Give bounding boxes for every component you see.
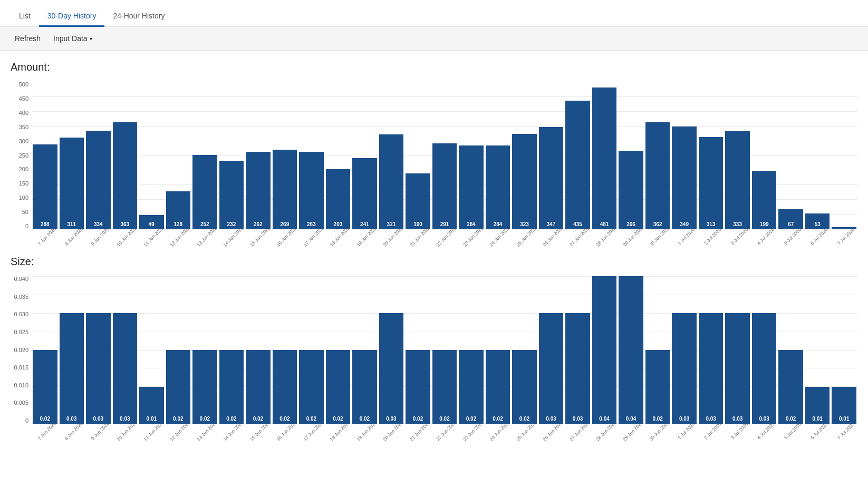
x-axis-label: 7 Jun 2020 xyxy=(37,421,57,441)
y-axis-label: 350 xyxy=(11,124,28,130)
bar[interactable]: 190 xyxy=(406,173,430,229)
bar[interactable]: 334 xyxy=(86,131,111,229)
bar[interactable]: 241 xyxy=(352,158,377,229)
tab-24hour[interactable]: 24-Hour History xyxy=(104,6,173,27)
bar[interactable]: 313 xyxy=(699,137,724,229)
bar[interactable]: 0.02 xyxy=(352,350,377,424)
x-axis-label: 2 Jul 2020 xyxy=(703,421,722,440)
bar[interactable]: 0.01 xyxy=(832,387,856,424)
bar[interactable]: 0.02 xyxy=(778,350,803,424)
bar[interactable]: 481 xyxy=(592,87,617,229)
bar[interactable]: 0.04 xyxy=(592,276,617,424)
bar[interactable]: 0.02 xyxy=(219,350,244,424)
x-label-group: 15 Jun 2020 xyxy=(245,424,272,434)
bar[interactable]: 347 xyxy=(539,127,564,229)
bar[interactable]: 0.02 xyxy=(432,350,457,424)
bar-group: 53 xyxy=(804,213,831,229)
x-label-group: 29 Jun 2020 xyxy=(618,229,644,240)
size-y-axis: 00.0050.0100.0150.0200.0250.0300.0350.04… xyxy=(11,276,32,424)
bar[interactable]: 252 xyxy=(192,155,217,229)
bar-group: 313 xyxy=(698,137,725,229)
tab-30day[interactable]: 30-Day History xyxy=(39,6,105,27)
bar[interactable]: 321 xyxy=(379,134,404,229)
x-label-group: 27 Jun 2020 xyxy=(564,229,591,240)
bar[interactable]: 291 xyxy=(432,143,457,229)
bar[interactable]: 288 xyxy=(33,144,57,229)
bar[interactable]: 284 xyxy=(486,145,510,229)
bar-value-label: 313 xyxy=(707,221,716,227)
bar[interactable]: 0.02 xyxy=(192,350,217,424)
bar[interactable]: 0.02 xyxy=(273,350,297,424)
bar[interactable]: 0.03 xyxy=(752,313,777,424)
y-axis-label: 0.015 xyxy=(11,365,28,371)
bar[interactable]: 0.03 xyxy=(379,313,404,424)
bar[interactable]: 0.02 xyxy=(645,350,670,424)
x-label-group: 28 Jun 2020 xyxy=(591,424,618,434)
bar[interactable]: 0.03 xyxy=(699,313,724,424)
bar[interactable]: 0.03 xyxy=(565,313,590,424)
bar[interactable]: 232 xyxy=(219,161,244,229)
bar[interactable]: 0.03 xyxy=(539,313,564,424)
bar[interactable]: 0.03 xyxy=(672,313,697,424)
bar[interactable] xyxy=(832,227,856,229)
input-data-dropdown[interactable]: Input Data ▾ xyxy=(49,32,97,45)
bar[interactable]: 269 xyxy=(273,150,297,229)
bar-group: 0.02 xyxy=(404,350,431,424)
x-label-group: 8 Jun 2020 xyxy=(59,229,85,240)
x-label-group: 21 Jun 2020 xyxy=(404,424,431,434)
bar[interactable]: 203 xyxy=(326,169,351,229)
bar[interactable]: 0.04 xyxy=(619,276,643,424)
x-label-group: 15 Jun 2020 xyxy=(245,229,272,240)
y-axis-label: 0 xyxy=(11,418,28,424)
bar[interactable]: 0.03 xyxy=(86,313,111,424)
toolbar: Refresh Input Data ▾ xyxy=(0,27,868,51)
bar[interactable]: 49 xyxy=(139,215,164,229)
bar[interactable]: 0.03 xyxy=(60,313,84,424)
bar-group: 0.01 xyxy=(804,387,831,424)
x-label-group: 5 Jul 2020 xyxy=(777,424,804,434)
bar-value-label: 0.03 xyxy=(546,416,556,422)
bar[interactable]: 0.02 xyxy=(512,350,537,424)
bar[interactable]: 0.02 xyxy=(459,350,484,424)
bar[interactable]: 362 xyxy=(645,122,670,229)
bar[interactable]: 333 xyxy=(725,131,750,229)
bar-value-label: 321 xyxy=(387,221,396,227)
bar[interactable]: 0.02 xyxy=(326,350,351,424)
x-label-group: 2 Jul 2020 xyxy=(698,229,725,240)
bar-value-label: 0.02 xyxy=(306,416,316,422)
bar[interactable]: 0.03 xyxy=(113,313,138,424)
x-label-group: 13 Jun 2020 xyxy=(191,424,218,434)
x-label-group: 29 Jun 2020 xyxy=(618,424,644,434)
bar[interactable]: 0.01 xyxy=(805,387,830,424)
bar[interactable]: 266 xyxy=(619,151,643,229)
bar-value-label: 269 xyxy=(281,221,290,227)
bar[interactable]: 67 xyxy=(778,209,803,229)
bar[interactable]: 263 xyxy=(299,152,324,229)
bar[interactable]: 0.01 xyxy=(139,387,164,424)
bar[interactable]: 53 xyxy=(805,213,830,229)
bar[interactable]: 199 xyxy=(752,171,777,229)
bar[interactable]: 0.02 xyxy=(33,350,57,424)
refresh-button[interactable]: Refresh xyxy=(11,32,45,45)
bar[interactable]: 0.03 xyxy=(725,313,750,424)
x-label-group: 14 Jun 2020 xyxy=(218,229,245,240)
bar[interactable]: 0.02 xyxy=(246,350,271,424)
bar[interactable]: 284 xyxy=(459,145,484,229)
x-label-group: 23 Jun 2020 xyxy=(458,229,485,240)
bar[interactable]: 128 xyxy=(166,191,191,229)
bar[interactable]: 323 xyxy=(512,134,537,229)
bar[interactable]: 311 xyxy=(60,138,84,229)
bar[interactable]: 0.02 xyxy=(406,350,430,424)
bar-value-label: 291 xyxy=(440,221,449,227)
bar[interactable]: 363 xyxy=(113,122,138,229)
bar[interactable]: 435 xyxy=(565,101,590,229)
bar[interactable]: 262 xyxy=(246,152,271,229)
tab-list[interactable]: List xyxy=(11,6,39,27)
x-label-group: 2 Jul 2020 xyxy=(698,424,725,434)
bar[interactable]: 349 xyxy=(672,126,697,229)
bar[interactable]: 0.02 xyxy=(299,350,324,424)
bar[interactable]: 0.02 xyxy=(166,350,191,424)
x-label-group: 12 Jun 2020 xyxy=(165,229,192,240)
bar[interactable]: 0.02 xyxy=(486,350,510,424)
x-label-group: 24 Jun 2020 xyxy=(485,424,512,434)
